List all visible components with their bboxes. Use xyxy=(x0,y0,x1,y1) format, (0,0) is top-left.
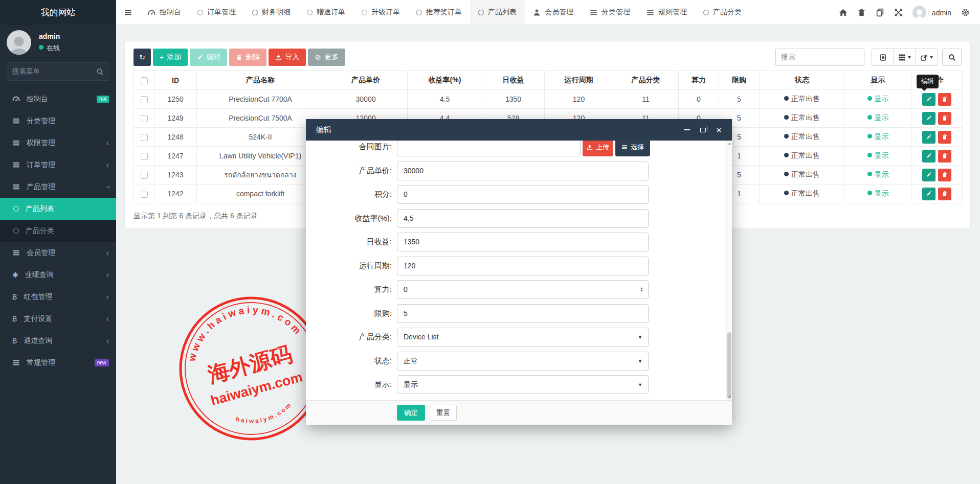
delete-button[interactable]: 删除 xyxy=(229,49,266,66)
sidebar-item-permission-manage[interactable]: 权限管理‹ xyxy=(0,132,116,154)
confirm-button[interactable]: 确定 xyxy=(397,405,425,421)
minimize-button[interactable] xyxy=(684,129,690,130)
sidebar-item-product-category[interactable]: 产品分类 xyxy=(0,220,116,242)
choose-button[interactable]: 选择 xyxy=(615,141,650,156)
row-delete-button[interactable] xyxy=(938,93,951,106)
reset-button[interactable]: 重置 xyxy=(430,405,457,421)
scroll-up-icon[interactable]: ▲ xyxy=(727,141,732,147)
number-stepper[interactable]: ▲▼ xyxy=(640,287,643,292)
row-checkbox[interactable] xyxy=(141,96,148,103)
scroll-down-icon[interactable]: ▼ xyxy=(727,394,732,400)
rate-input[interactable]: 4.5 xyxy=(397,209,649,228)
sidebar-item-order-manage[interactable]: 订单管理‹ xyxy=(0,154,116,176)
sidebar-item-member-manage[interactable]: 会员管理‹ xyxy=(0,242,116,264)
refresh-button[interactable]: ↻ xyxy=(133,49,151,66)
scrollbar-thumb[interactable] xyxy=(727,332,731,399)
row-edit-button[interactable] xyxy=(922,93,936,106)
tab-upgrade-order[interactable]: 升级订单 xyxy=(353,0,408,25)
col-limit[interactable]: 限购 xyxy=(719,71,760,90)
export-dropdown-button[interactable]: ▼ xyxy=(916,49,938,66)
row-edit-button[interactable] xyxy=(922,169,936,181)
settings-gear-button[interactable] xyxy=(961,8,970,17)
sidebar-item-category-manage[interactable]: 分类管理 xyxy=(0,110,116,132)
col-daily[interactable]: 日收益 xyxy=(482,71,545,90)
row-edit-button[interactable] xyxy=(922,112,936,125)
navbar-avatar[interactable] xyxy=(912,6,926,19)
import-button[interactable]: 导入 xyxy=(269,49,306,66)
col-display[interactable]: 显示 xyxy=(845,71,911,90)
select-all-checkbox[interactable] xyxy=(141,77,148,84)
table-search-input[interactable]: 搜索 xyxy=(775,49,864,66)
sidebar-item-product-list[interactable]: 产品列表 xyxy=(0,198,116,220)
dialog-header[interactable]: 编辑 × xyxy=(306,119,732,141)
display-select[interactable]: 显示▼ xyxy=(397,375,649,394)
category-select[interactable]: Device List▼ xyxy=(397,328,649,347)
sidebar-item-channel-query[interactable]: Ƀ通道查询‹ xyxy=(0,330,116,352)
sidebar-search-input[interactable]: 搜索菜单 xyxy=(7,62,109,81)
row-delete-button[interactable] xyxy=(938,150,951,163)
col-cycle[interactable]: 运行周期 xyxy=(545,71,613,90)
edit-button[interactable]: 编辑 xyxy=(190,49,227,66)
contract-image-input[interactable] xyxy=(397,141,581,156)
tab-product-category[interactable]: 产品分类 xyxy=(695,0,750,25)
more-button[interactable]: 更多 xyxy=(308,49,345,66)
tab-console[interactable]: 控制台 xyxy=(140,0,189,25)
row-edit-button[interactable] xyxy=(922,131,936,144)
col-rate[interactable]: 收益率(%) xyxy=(408,71,482,90)
unit-price-input[interactable]: 30000 xyxy=(397,162,649,180)
tab-referral-order[interactable]: 推荐奖订单 xyxy=(408,0,470,25)
points-input[interactable]: 0 xyxy=(397,185,649,204)
col-name[interactable]: 产品名称 xyxy=(197,71,324,90)
search-button[interactable] xyxy=(942,49,962,66)
row-checkbox[interactable] xyxy=(141,172,148,179)
sidebar-item-product-manage[interactable]: 产品管理‹ xyxy=(0,176,116,198)
row-delete-button[interactable] xyxy=(938,169,951,181)
sidebar-item-general-manage[interactable]: 常规管理new xyxy=(0,352,116,374)
tab-rule-manage[interactable]: 规则管理 xyxy=(638,0,695,25)
col-category[interactable]: 产品分类 xyxy=(613,71,679,90)
row-delete-button[interactable] xyxy=(938,188,951,200)
paging-toggle-button[interactable] xyxy=(872,49,894,66)
sidebar-item-payment-settings[interactable]: Ƀ支付设置‹ xyxy=(0,308,116,330)
tab-order-manage[interactable]: 订单管理 xyxy=(189,0,244,25)
hamburger-button[interactable] xyxy=(116,0,140,25)
col-price[interactable]: 产品单价 xyxy=(324,71,408,90)
dialog-scrollbar[interactable]: ▲ ▼ xyxy=(726,141,732,400)
row-checkbox[interactable] xyxy=(141,153,148,160)
tab-category-manage[interactable]: 分类管理 xyxy=(582,0,638,25)
close-button[interactable]: × xyxy=(716,125,722,135)
row-checkbox[interactable] xyxy=(141,191,148,198)
step-down-icon[interactable]: ▼ xyxy=(640,290,643,293)
clear-cache-button[interactable] xyxy=(876,8,884,17)
fullscreen-button[interactable] xyxy=(894,8,903,17)
user-avatar[interactable] xyxy=(7,30,31,55)
daily-income-input[interactable]: 1350 xyxy=(397,233,649,251)
col-power[interactable]: 算力 xyxy=(679,71,719,90)
upload-button[interactable]: 上传 xyxy=(583,141,613,156)
purchase-limit-input[interactable]: 5 xyxy=(397,304,649,323)
col-id[interactable]: ID xyxy=(154,71,197,90)
row-edit-button[interactable] xyxy=(922,188,936,200)
add-button[interactable]: +添加 xyxy=(153,49,188,66)
row-edit-button[interactable] xyxy=(922,150,936,163)
sidebar-item-performance-query[interactable]: ✱业绩查询‹ xyxy=(0,264,116,286)
row-checkbox[interactable] xyxy=(141,134,148,141)
row-delete-button[interactable] xyxy=(938,131,951,144)
navbar-username[interactable]: admin xyxy=(932,9,951,17)
sidebar-item-redpacket-manage[interactable]: Ƀ红包管理‹ xyxy=(0,286,116,308)
cycle-input[interactable]: 120 xyxy=(397,257,649,275)
maximize-button[interactable] xyxy=(700,128,706,132)
row-checkbox[interactable] xyxy=(141,115,148,122)
tab-finance-detail[interactable]: 财务明细 xyxy=(244,0,299,25)
trash-icon-button[interactable] xyxy=(857,8,866,17)
tab-member-manage[interactable]: 会员管理 xyxy=(525,0,582,25)
row-delete-button[interactable] xyxy=(938,112,951,125)
col-status[interactable]: 状态 xyxy=(760,71,845,90)
tab-product-list[interactable]: 产品列表 xyxy=(470,0,525,25)
status-select[interactable]: 正常▼ xyxy=(397,352,649,371)
sidebar-item-console[interactable]: 控制台hot xyxy=(0,88,116,110)
power-input[interactable]: 0▲▼ xyxy=(397,280,649,299)
home-icon-button[interactable] xyxy=(839,8,848,17)
tab-gift-order[interactable]: 赠送订单 xyxy=(299,0,353,25)
columns-dropdown-button[interactable]: ▼ xyxy=(894,49,916,66)
